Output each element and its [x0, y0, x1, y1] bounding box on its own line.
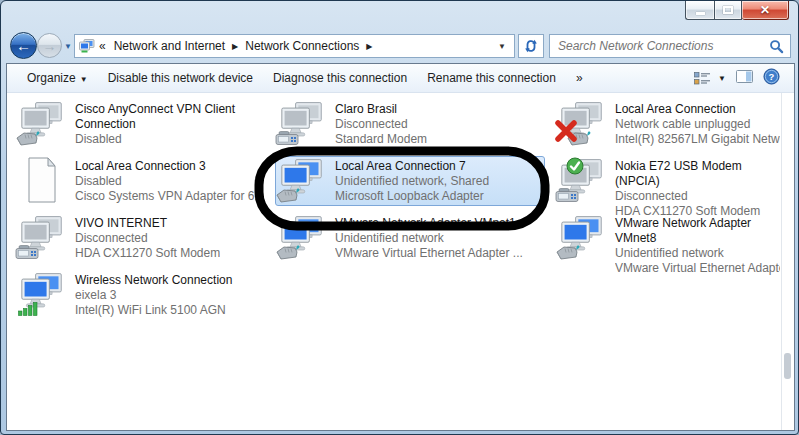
computer-network-icon	[278, 158, 326, 202]
maximize-icon	[723, 6, 733, 14]
search-input[interactable]	[556, 38, 769, 54]
change-view-button[interactable]: ▼	[694, 71, 726, 86]
connection-name: Local Area Connection 7	[335, 159, 489, 174]
connection-item-lac7-selected[interactable]: Local Area Connection 7 Unidentified net…	[275, 156, 545, 206]
connection-status: Disabled	[75, 174, 264, 189]
breadcrumb-arrow-icon[interactable]: ▶	[365, 42, 373, 51]
window-controls: ✕	[685, 1, 789, 20]
help-icon: ?	[763, 68, 780, 85]
rj45-icon	[275, 187, 301, 203]
forward-button[interactable]: →	[37, 33, 62, 58]
connection-name: Local Area Connection	[615, 102, 780, 117]
address-bar[interactable]: « Network and Internet ▶ Network Connect…	[74, 34, 515, 58]
computer-modem-icon	[18, 215, 66, 259]
connection-device: HDA CX11270 Soft Modem	[75, 246, 220, 261]
organize-label: Organize	[27, 71, 76, 85]
client-area: Organize▼ Disable this network device Di…	[6, 63, 795, 431]
back-arrow-icon: ←	[16, 37, 31, 54]
modem-icon	[15, 244, 41, 260]
close-icon: ✕	[760, 4, 770, 16]
list-column-2: Claro Brasil Disconnected Standard Modem…	[275, 99, 545, 270]
connection-item-wireless[interactable]: Wireless Network Connection eixela 3 Int…	[15, 270, 273, 320]
connection-device: Intel(R) 82567LM Gigabit Network...	[615, 132, 780, 147]
connection-device: VMware Virtual Ethernet Adapter ...	[615, 261, 780, 276]
refresh-icon	[524, 39, 538, 53]
connection-item-lac3[interactable]: Local Area Connection 3 Disabled Cisco S…	[15, 156, 273, 206]
computer-network-disabled-icon	[18, 101, 66, 145]
connection-name: VIVO INTERNET	[75, 216, 220, 231]
computer-modem-connected-icon	[558, 158, 606, 202]
breadcrumb-item-network-and-internet[interactable]: Network and Internet	[108, 39, 231, 53]
document-icon	[18, 158, 66, 202]
navigation-bar: ← → ▼ « Network and Internet ▶ Network C…	[6, 29, 795, 63]
connection-name: Local Area Connection 3	[75, 159, 264, 174]
chevron-down-icon: ▼	[80, 75, 88, 84]
breadcrumb-item-network-connections[interactable]: Network Connections	[239, 39, 365, 53]
connection-name: Wireless Network Connection	[75, 273, 232, 288]
connection-name: Nokia E72 USB Modem (NPCIA)	[615, 159, 780, 189]
connection-status: Disconnected	[75, 231, 220, 246]
connection-device: Cisco Systems VPN Adapter for 6...	[75, 189, 264, 204]
connection-name: Cisco AnyConnect VPN Client Connection	[75, 102, 270, 132]
computer-network-icon	[558, 215, 606, 259]
connection-item-lac[interactable]: Local Area Connection Network cable unpl…	[555, 99, 783, 149]
connection-item-claro[interactable]: Claro Brasil Disconnected Standard Modem	[275, 99, 545, 149]
modem-icon	[275, 130, 301, 146]
computer-wifi-icon	[18, 272, 66, 316]
connection-status: Disabled	[75, 132, 270, 147]
refresh-button[interactable]	[518, 34, 544, 58]
toolbar-right-icons: ▼ ?	[694, 68, 784, 88]
connection-item-cisco-anyconnect[interactable]: Cisco AnyConnect VPN Client Connection D…	[15, 99, 273, 149]
organize-button[interactable]: Organize▼	[17, 66, 98, 90]
document-icon	[26, 157, 58, 203]
rj45-icon	[275, 244, 301, 260]
connection-name: Claro Brasil	[335, 102, 427, 117]
connection-device: Microsoft Loopback Adapter	[335, 189, 489, 204]
connection-device: Standard Modem	[335, 132, 427, 147]
command-toolbar: Organize▼ Disable this network device Di…	[7, 64, 794, 93]
modem-icon	[555, 187, 581, 203]
back-button[interactable]: ←	[10, 32, 37, 59]
connection-device: Intel(R) WiFi Link 5100 AGN	[75, 303, 232, 318]
connection-item-vmnet8[interactable]: VMware Network Adapter VMnet8 Unidentifi…	[555, 213, 783, 263]
svg-text:?: ?	[769, 71, 775, 82]
connection-item-nokia[interactable]: Nokia E72 USB Modem (NPCIA) Disconnected…	[555, 156, 783, 206]
minimize-button[interactable]	[685, 1, 714, 20]
scrollbar-thumb[interactable]	[784, 353, 791, 379]
breadcrumb-overflow-chevron[interactable]: «	[95, 39, 108, 53]
breadcrumb-arrow-icon[interactable]: ▶	[231, 42, 239, 51]
address-dropdown-icon[interactable]: ▼	[494, 42, 510, 51]
computer-network-icon	[278, 215, 326, 259]
maximize-button[interactable]	[714, 1, 742, 20]
search-box[interactable]	[549, 34, 791, 58]
forward-arrow-icon: →	[43, 38, 57, 54]
recent-pages-dropdown[interactable]: ▼	[64, 42, 72, 51]
wifi-signal-icon	[18, 301, 39, 316]
disable-device-button[interactable]: Disable this network device	[98, 66, 263, 90]
list-column-1: Cisco AnyConnect VPN Client Connection D…	[15, 99, 273, 327]
connection-name: VMware Network Adapter VMnet8	[615, 216, 780, 246]
computer-modem-icon	[278, 101, 326, 145]
error-x-icon	[554, 119, 578, 143]
network-connections-icon	[79, 39, 95, 53]
connection-item-vivo[interactable]: VIVO INTERNET Disconnected HDA CX11270 S…	[15, 213, 273, 263]
connection-status: Disconnected	[335, 117, 427, 132]
chevron-down-icon: ▼	[718, 74, 726, 83]
network-connections-window: ✕ ← → ▼ « Network and Internet ▶ Network…	[0, 0, 799, 435]
connection-device: VMware Virtual Ethernet Adapter ...	[335, 246, 523, 261]
close-button[interactable]: ✕	[742, 1, 789, 20]
rename-connection-button[interactable]: Rename this connection	[417, 66, 566, 90]
connected-check-icon	[566, 157, 584, 175]
preview-pane-button[interactable]	[736, 69, 753, 87]
connection-status: Unidentified network	[615, 246, 780, 261]
connection-item-vmnet1[interactable]: VMware Network Adapter VMnet1 Unidentifi…	[275, 213, 545, 263]
view-selector-icon	[694, 71, 711, 86]
connection-status: Disconnected	[615, 189, 780, 204]
diagnose-connection-button[interactable]: Diagnose this connection	[263, 66, 417, 90]
preview-pane-icon	[736, 69, 753, 84]
more-commands-button[interactable]: »	[566, 66, 593, 90]
help-button[interactable]: ?	[763, 68, 780, 88]
search-icon[interactable]	[769, 39, 784, 54]
connection-status: Unidentified network	[335, 231, 523, 246]
connection-name: VMware Network Adapter VMnet1	[335, 216, 523, 231]
